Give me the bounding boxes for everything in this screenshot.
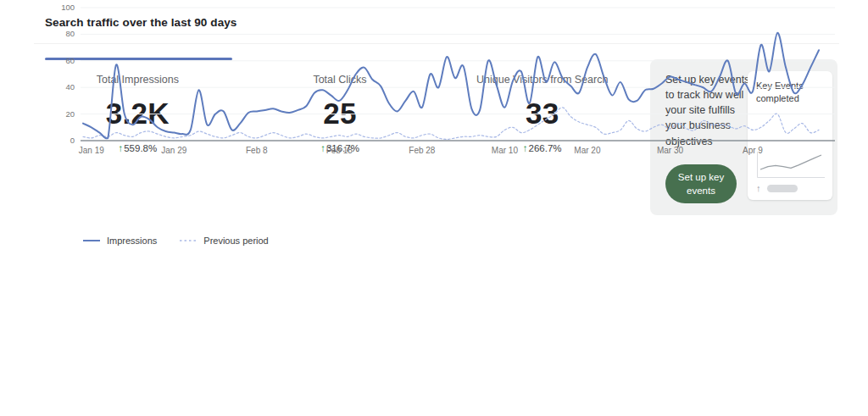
legend-item-previous-period[interactable]: Previous period — [179, 236, 268, 246]
x-axis-label: Jan 19 — [79, 146, 104, 155]
y-axis-label: 20 — [65, 109, 75, 119]
x-axis-label: Mar 10 — [492, 146, 519, 155]
x-axis-label: Apr 9 — [743, 146, 763, 155]
x-axis-label: Mar 20 — [574, 146, 601, 155]
value-placeholder-pill — [767, 185, 798, 192]
legend-label: Previous period — [203, 236, 268, 246]
x-axis-label: Mar 30 — [657, 146, 684, 155]
y-axis-label: 100 — [61, 3, 75, 12]
dashed-line-swatch-icon — [179, 239, 198, 242]
set-up-key-events-button[interactable]: Set up key events — [665, 164, 737, 203]
y-axis-label: 80 — [65, 29, 75, 38]
solid-line-swatch-icon — [82, 239, 101, 242]
x-axis-label: Feb 18 — [326, 146, 353, 155]
dashboard: Search traffic over the last 90 days Tot… — [0, 0, 868, 416]
legend-label: Impressions — [107, 236, 157, 246]
y-axis-label: 0 — [70, 136, 75, 145]
search-traffic-line-chart: 020406080100Jan 19Jan 29Feb 8Feb 18Feb 2… — [0, 0, 868, 169]
chart-legend: Impressions Previous period — [82, 236, 269, 246]
up-arrow-icon: ↑ — [756, 183, 761, 193]
key-events-card-footer: ↑ — [756, 183, 798, 193]
y-axis-label: 60 — [65, 56, 75, 65]
y-axis-label: 40 — [65, 82, 75, 92]
legend-item-impressions[interactable]: Impressions — [82, 236, 157, 246]
x-axis-label: Jan 29 — [161, 146, 186, 155]
x-axis-label: Feb 28 — [409, 146, 436, 155]
x-axis-label: Feb 8 — [246, 146, 268, 155]
